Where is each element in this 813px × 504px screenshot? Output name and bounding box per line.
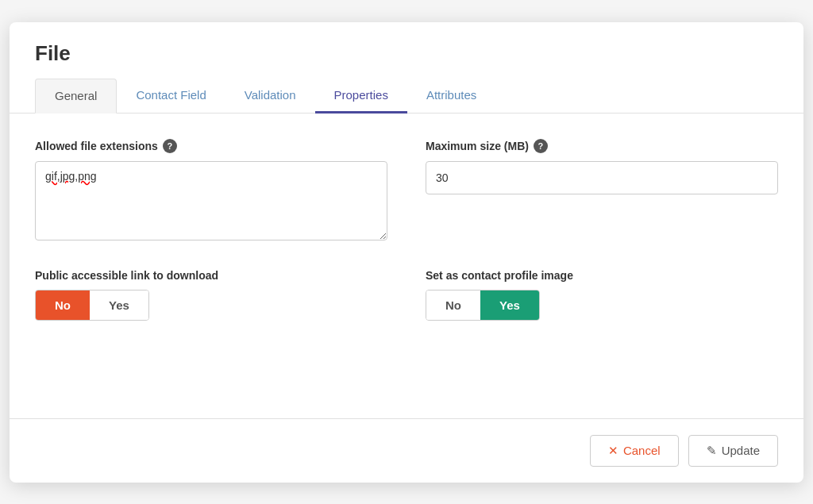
- form-row-bottom: Public accessible link to download No Ye…: [35, 269, 778, 321]
- contact-profile-label: Set as contact profile image: [426, 269, 778, 282]
- cancel-button[interactable]: ✕ Cancel: [590, 435, 679, 467]
- max-size-input[interactable]: [426, 161, 778, 194]
- max-size-help-icon[interactable]: ?: [534, 139, 548, 153]
- max-size-label-text: Maximum size (MB): [426, 140, 529, 152]
- modal-title: File: [10, 22, 803, 79]
- form-group-contact-profile: Set as contact profile image No Yes: [426, 269, 778, 321]
- extensions-label: Allowed file extensions ?: [35, 139, 387, 153]
- update-label: Update: [722, 444, 760, 457]
- tab-properties[interactable]: Properties: [315, 79, 407, 113]
- public-link-label: Public accessible link to download: [35, 269, 387, 282]
- contact-profile-no-button[interactable]: No: [426, 290, 480, 320]
- tab-content-properties: Allowed file extensions ? gif,jpg,png Ma…: [10, 113, 803, 365]
- form-group-public-link: Public accessible link to download No Ye…: [35, 269, 387, 321]
- contact-profile-yes-button[interactable]: Yes: [480, 290, 539, 320]
- update-button[interactable]: ✎ Update: [688, 435, 778, 467]
- public-link-no-button[interactable]: No: [36, 290, 90, 320]
- public-link-yes-button[interactable]: Yes: [90, 290, 148, 320]
- tab-contact-field[interactable]: Contact Field: [117, 79, 225, 113]
- form-group-max-size: Maximum size (MB) ?: [426, 139, 778, 244]
- tab-general[interactable]: General: [35, 79, 117, 113]
- update-icon: ✎: [707, 444, 717, 458]
- public-link-label-text: Public accessible link to download: [35, 269, 218, 282]
- tab-bar: General Contact Field Validation Propert…: [10, 79, 803, 113]
- extensions-label-text: Allowed file extensions: [35, 140, 158, 152]
- tab-validation[interactable]: Validation: [225, 79, 315, 113]
- tab-attributes[interactable]: Attributes: [407, 79, 495, 113]
- contact-profile-toggle: No Yes: [426, 290, 540, 321]
- modal-footer: ✕ Cancel ✎ Update: [10, 418, 803, 483]
- modal-container: File General Contact Field Validation Pr…: [10, 22, 803, 483]
- cancel-icon: ✕: [608, 444, 618, 458]
- max-size-label: Maximum size (MB) ?: [426, 139, 778, 153]
- contact-profile-label-text: Set as contact profile image: [426, 269, 573, 282]
- extensions-help-icon[interactable]: ?: [163, 139, 177, 153]
- public-link-toggle: No Yes: [35, 290, 149, 321]
- form-group-extensions: Allowed file extensions ? gif,jpg,png: [35, 139, 387, 244]
- extensions-textarea[interactable]: gif,jpg,png: [35, 161, 387, 240]
- cancel-label: Cancel: [623, 444, 661, 457]
- form-row-top: Allowed file extensions ? gif,jpg,png Ma…: [35, 139, 778, 244]
